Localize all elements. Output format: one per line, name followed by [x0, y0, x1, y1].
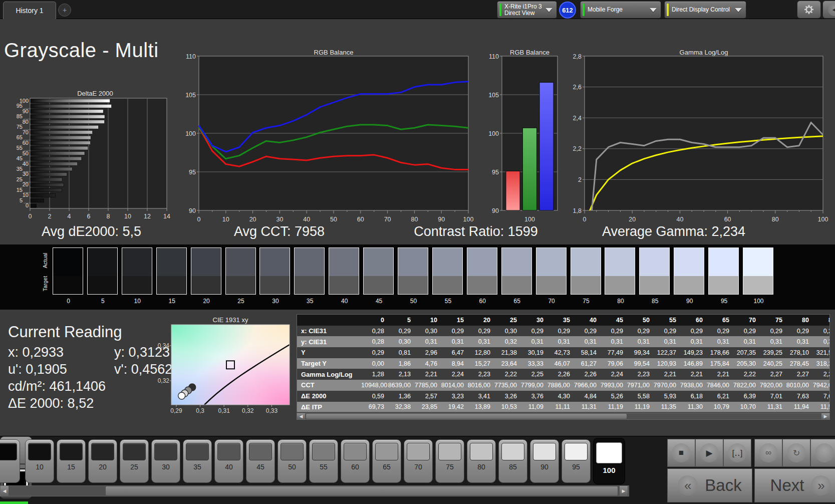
single-measure-button[interactable]: [‥]: [723, 439, 751, 467]
level-button-40[interactable]: 40: [214, 439, 243, 483]
level-button-25[interactable]: 25: [120, 439, 149, 483]
table-row-label: ΔE ITP: [297, 403, 361, 411]
table-cell: 2,13: [388, 371, 414, 378]
table-column-header: 75: [759, 317, 786, 324]
table-column-header: 45: [600, 317, 627, 324]
actual-color-patch: [295, 248, 324, 276]
table-column-header: 65: [706, 317, 733, 324]
continuous-button[interactable]: ∞: [754, 439, 782, 467]
level-button-65[interactable]: 65: [372, 439, 401, 483]
level-button-20[interactable]: 20: [88, 439, 117, 483]
pattern-scrollbar[interactable]: ◀ ▶: [0, 485, 629, 496]
level-button-85[interactable]: 85: [498, 439, 527, 483]
chevrons-right-icon: »: [811, 475, 831, 495]
stop-button[interactable]: ■: [667, 439, 695, 467]
target-color-patch: [536, 276, 566, 294]
display-control-dropdown[interactable]: Direct Display Control: [664, 1, 746, 19]
measurement-count-badge[interactable]: 612: [559, 2, 576, 19]
swatch-level-label: 35: [294, 298, 326, 305]
level-button-60[interactable]: 60: [341, 439, 370, 483]
level-button-100[interactable]: 100: [593, 438, 625, 484]
actual-color-patch: [122, 248, 152, 276]
svg-text:0: 0: [197, 216, 201, 223]
level-button-80[interactable]: 80: [467, 439, 496, 483]
pattern-scrollbar-thumb[interactable]: [106, 486, 618, 495]
scroll-left-icon[interactable]: ◀: [297, 413, 305, 419]
table-cell: 0,31: [414, 338, 441, 345]
play-button[interactable]: ▶: [695, 439, 723, 467]
level-button-75[interactable]: 75: [435, 439, 464, 483]
table-cell: 7785,00: [414, 382, 441, 389]
actual-color-patch: [709, 248, 738, 276]
level-button-90[interactable]: 90: [530, 439, 559, 483]
tab-history-1[interactable]: History 1: [3, 2, 56, 19]
table-column-header: 30: [520, 317, 547, 324]
target-color-patch: [502, 276, 531, 294]
table-cell: 120,93: [653, 360, 680, 367]
actual-color-patch: [157, 248, 186, 276]
table-cell: 0,31: [680, 338, 706, 345]
svg-text:35: 35: [17, 166, 23, 172]
table-column-header: 55: [653, 317, 680, 324]
source-status-indicator: [583, 4, 585, 16]
table-cell: 11,19: [600, 403, 627, 410]
collapse-panel-button[interactable]: ◀: [822, 1, 835, 19]
next-button[interactable]: Next »: [754, 468, 835, 502]
actual-color-patch: [605, 248, 635, 276]
level-button-label: 35: [183, 463, 211, 471]
target-color-patch: [743, 276, 773, 294]
table-cell: 11,11: [547, 403, 574, 410]
grayscale-swatch-45: [363, 247, 394, 295]
refresh-button[interactable]: ↻: [782, 439, 810, 467]
swatch-level-label: 25: [225, 298, 257, 305]
level-swatch: [60, 443, 83, 460]
svg-text:25: 25: [17, 176, 23, 182]
level-swatch: [123, 443, 146, 460]
svg-text:90: 90: [492, 207, 499, 214]
level-swatch: [438, 443, 461, 460]
actual-color-patch: [88, 248, 117, 276]
level-button-30[interactable]: 30: [151, 439, 180, 483]
level-button-5[interactable]: [0, 439, 20, 483]
level-button-50[interactable]: 50: [277, 439, 307, 483]
level-button-45[interactable]: 45: [246, 439, 275, 483]
level-button-70[interactable]: 70: [404, 439, 433, 483]
table-row: ΔE ITP69,7332,3823,8519,4213,8910,5311,0…: [297, 402, 829, 413]
back-button[interactable]: « Back: [667, 468, 752, 502]
scroll-left-icon[interactable]: ◀: [1, 486, 9, 496]
table-scrollbar-thumb[interactable]: [306, 414, 627, 419]
next-button-label: Next: [770, 476, 804, 495]
svg-text:20: 20: [23, 181, 29, 187]
level-button-55[interactable]: 55: [309, 439, 338, 483]
add-tab-button[interactable]: +: [58, 4, 71, 17]
table-cell: 15,27: [467, 360, 494, 367]
source-dropdown[interactable]: Mobile Forge: [580, 1, 661, 19]
table-cell: 0,31: [467, 338, 494, 345]
table-cell: 122,37: [653, 349, 680, 356]
level-button-10[interactable]: 10: [25, 439, 54, 483]
scroll-right-icon[interactable]: ▶: [821, 413, 829, 419]
table-column-header: 20: [467, 317, 494, 324]
svg-text:80: 80: [772, 216, 779, 223]
settings-button[interactable]: [797, 1, 821, 19]
level-button-35[interactable]: 35: [183, 439, 212, 483]
svg-text:0,33: 0,33: [266, 407, 278, 414]
table-column-header: 5: [388, 317, 414, 324]
table-header-row: 0510152025303540455055606570758085: [297, 315, 829, 326]
swatch-level-label: 30: [259, 298, 291, 305]
table-cell: 318,20: [812, 360, 830, 367]
scroll-right-icon[interactable]: ▶: [620, 486, 628, 496]
extra-button[interactable]: [810, 439, 835, 467]
actual-color-patch: [226, 248, 255, 276]
table-cell: 7993,00: [600, 382, 627, 389]
meter-dropdown[interactable]: X-Rite i1Pro 3 Direct View: [497, 1, 557, 19]
svg-text:4: 4: [68, 213, 71, 220]
refresh-icon: ↻: [787, 443, 806, 462]
table-cell: 3,41: [467, 393, 494, 400]
target-color-patch: [467, 276, 497, 294]
cie-1931-overlay: 0,340,320,290,30,310,320,33: [155, 321, 306, 416]
level-button-95[interactable]: 95: [562, 439, 591, 483]
level-button-15[interactable]: 15: [57, 439, 86, 483]
table-cell: 7846,00: [706, 382, 733, 389]
table-horizontal-scrollbar[interactable]: ◀ ▶: [297, 413, 830, 420]
